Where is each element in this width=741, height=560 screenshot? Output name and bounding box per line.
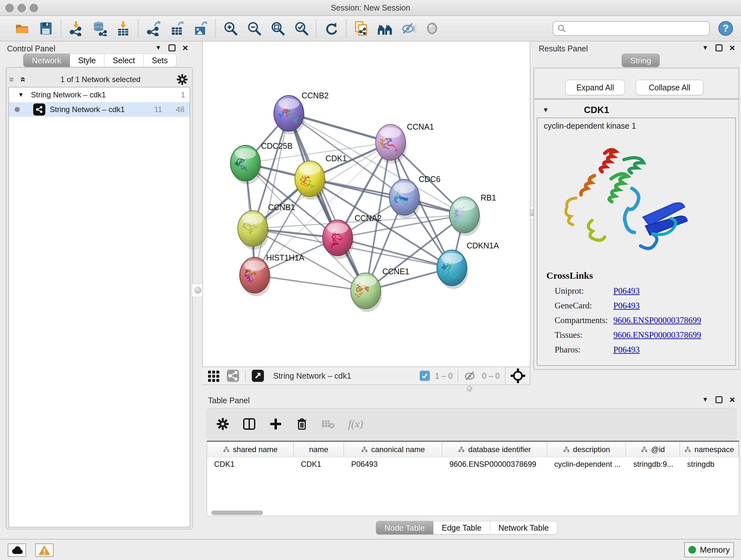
collapse-all-networks-icon[interactable]: » <box>17 77 27 82</box>
collapse-all-button[interactable]: Collapse All <box>636 80 703 95</box>
expand-all-networks-icon[interactable]: » <box>7 77 17 82</box>
warnings-button[interactable] <box>35 543 54 557</box>
table-horizontal-scrollbar[interactable] <box>207 509 739 516</box>
column-header-namespace[interactable]: namespace <box>680 442 739 457</box>
column-header-description[interactable]: description <box>547 442 626 457</box>
zoom-fit-icon[interactable] <box>270 21 285 36</box>
scrollbar-thumb[interactable] <box>211 510 263 515</box>
section-expander-icon[interactable]: ▼ <box>542 106 549 114</box>
node-CDKN1A[interactable]: CDKN1A <box>437 241 499 289</box>
close-panel-icon[interactable]: × <box>183 44 188 51</box>
crosslink-label: GeneCard: <box>555 301 592 311</box>
table-cell[interactable]: stringdb <box>680 457 739 472</box>
table-toolbar: f(x) <box>207 408 737 440</box>
float-panel-icon[interactable] <box>716 396 723 403</box>
crosslink-link[interactable]: P06493 <box>613 286 640 296</box>
show-columns-icon[interactable] <box>242 417 256 431</box>
float-panel-icon[interactable] <box>716 44 723 51</box>
network-options-gear-icon[interactable] <box>176 73 188 85</box>
apply-layout-icon[interactable] <box>324 21 339 36</box>
open-session-icon[interactable] <box>15 21 30 36</box>
import-network-icon[interactable] <box>68 21 84 36</box>
grid-view-icon[interactable] <box>207 369 221 383</box>
show-graphics-icon[interactable] <box>424 21 440 36</box>
export-image-icon[interactable] <box>193 21 208 36</box>
search-field[interactable] <box>553 21 710 36</box>
tab-string[interactable]: String <box>622 54 660 67</box>
app-store-icon[interactable] <box>377 21 393 36</box>
birds-eye-view-icon[interactable] <box>511 368 525 383</box>
help-icon[interactable]: ? <box>718 21 733 36</box>
create-column-icon[interactable] <box>269 417 282 431</box>
tab-sets[interactable]: Sets <box>144 54 177 67</box>
export-table-icon[interactable] <box>169 21 185 36</box>
table-cell[interactable]: CDK1 <box>294 457 344 472</box>
gene-name: CDK1 <box>584 105 609 115</box>
table-options-gear-icon[interactable] <box>216 417 229 431</box>
column-header-name[interactable]: name <box>294 442 344 457</box>
node-CCNB2[interactable]: CCNB2 <box>274 91 329 134</box>
collapse-panel-icon[interactable]: ▼ <box>155 44 161 51</box>
network-list-icon[interactable] <box>226 369 240 383</box>
table-cell[interactable]: 9606.ENSP00000378699 <box>442 457 547 472</box>
memory-status-dot <box>688 546 696 554</box>
edge-HIST1H1A-CCNE1[interactable] <box>255 275 366 291</box>
table-cell[interactable]: stringdb:9... <box>626 457 680 472</box>
close-panel-icon[interactable]: × <box>730 44 735 51</box>
network-edge-count: 48 <box>176 105 185 114</box>
crosslink-link[interactable]: P06493 <box>613 301 640 311</box>
bottom-splitter-handle[interactable] <box>467 386 472 391</box>
crosslink-link[interactable]: 9606.ENSP00000378699 <box>613 330 701 340</box>
close-panel-icon[interactable]: × <box>730 396 735 403</box>
column-header-shared-name[interactable]: shared name <box>207 442 294 457</box>
network-canvas[interactable]: CCNB2CCNA1CDC25BCDK1CDC6RB1CCNB1CCNA2CDK… <box>202 42 530 367</box>
zoom-out-icon[interactable] <box>246 21 262 36</box>
edge-CCNB2-CCNE1[interactable] <box>289 113 366 291</box>
expand-all-button[interactable]: Expand All <box>565 80 625 95</box>
column-header--id[interactable]: @id <box>626 442 680 457</box>
collapse-panel-icon[interactable]: ▼ <box>702 396 709 403</box>
tab-network-table[interactable]: Network Table <box>490 521 557 535</box>
cloud-status-button[interactable] <box>8 543 26 557</box>
float-panel-icon[interactable] <box>169 44 176 51</box>
apps-group <box>347 18 447 38</box>
network-collection-row[interactable]: ▼ String Network – cdk1 1 <box>9 87 190 102</box>
table-cell[interactable]: CDK1 <box>207 457 294 472</box>
export-network-icon[interactable] <box>145 21 161 36</box>
gene-section-header[interactable]: ▼ CDK1 <box>542 103 731 117</box>
save-session-icon[interactable] <box>38 21 54 36</box>
detach-view-icon[interactable] <box>251 369 265 383</box>
zoom-selected-icon[interactable] <box>293 21 309 36</box>
collapse-panel-icon[interactable]: ▼ <box>702 44 709 51</box>
node-CCNE1[interactable]: CCNE1 <box>351 267 409 312</box>
tree-expander-icon[interactable]: ▼ <box>18 91 24 98</box>
import-table-icon[interactable] <box>116 21 131 36</box>
node-CDC25B[interactable]: CDC25B <box>230 141 293 184</box>
delete-column-icon[interactable] <box>295 417 309 431</box>
tab-edge-table[interactable]: Edge Table <box>433 521 490 535</box>
node-table[interactable]: shared namenamecanonical namedatabase id… <box>207 441 739 516</box>
copy-network-icon[interactable] <box>354 21 369 36</box>
table-row[interactable]: CDK1CDK1P064939606.ENSP00000378699cyclin… <box>207 457 739 472</box>
network-row[interactable]: String Network – cdk1 11 48 <box>9 102 190 117</box>
column-header-canonical-name[interactable]: canonical name <box>344 442 442 457</box>
memory-button[interactable]: Memory <box>684 542 734 557</box>
selected-nodes-checkbox[interactable] <box>420 371 430 381</box>
node-label-CDK1: CDK1 <box>326 154 347 163</box>
hidden-elements-icon[interactable] <box>463 369 477 382</box>
table-cell[interactable]: cyclin-dependent ... <box>547 457 626 472</box>
node-RB1[interactable]: RB1 <box>449 193 496 236</box>
import-database-icon[interactable] <box>92 21 107 36</box>
column-header-database-identifier[interactable]: database identifier <box>442 442 547 457</box>
hide-annotations-icon[interactable] <box>401 21 416 36</box>
tab-select[interactable]: Select <box>105 54 143 67</box>
crosslink-link[interactable]: 9606.ENSP00000378699 <box>613 315 701 325</box>
node-HIST1H1A[interactable]: HIST1H1A <box>240 253 305 296</box>
tab-network[interactable]: Network <box>23 54 70 67</box>
tab-node-table[interactable]: Node Table <box>376 521 433 535</box>
search-input[interactable] <box>566 22 705 35</box>
tab-style[interactable]: Style <box>70 54 105 67</box>
zoom-in-icon[interactable] <box>223 21 238 36</box>
table-cell[interactable]: P06493 <box>344 457 443 472</box>
crosslink-link[interactable]: P06493 <box>613 345 640 355</box>
